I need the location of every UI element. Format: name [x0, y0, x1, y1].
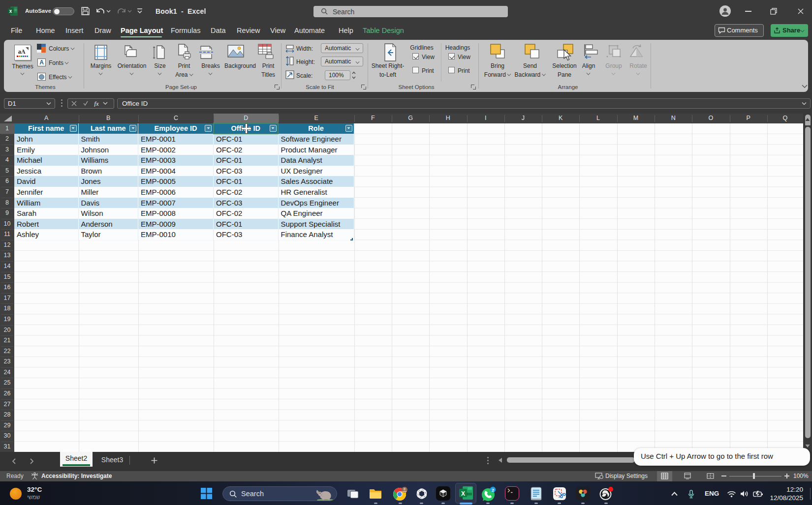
svg-text:aA: aA: [18, 48, 26, 55]
svg-text:fx: fx: [94, 100, 99, 107]
svg-text:x: x: [9, 8, 12, 14]
svg-text:2: 2: [492, 488, 494, 493]
svg-text:X: X: [461, 490, 465, 497]
